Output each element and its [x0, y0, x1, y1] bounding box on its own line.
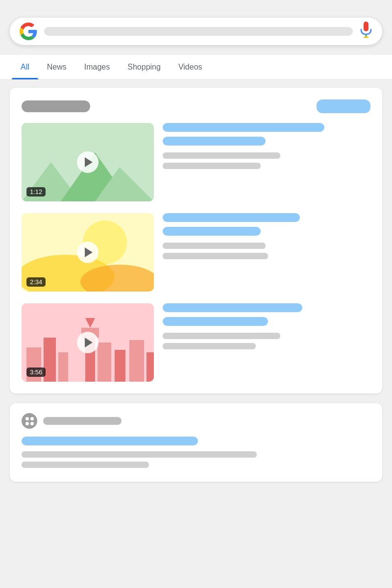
video-thumbnail-1[interactable]: 1:12 — [22, 123, 154, 201]
second-result-header — [22, 413, 370, 429]
svg-rect-7 — [22, 123, 154, 152]
dot-1 — [25, 417, 29, 420]
video-item-2[interactable]: 2:34 — [22, 213, 370, 292]
video-thumbnail-3[interactable]: 3:56 — [22, 303, 154, 382]
play-triangle-1 — [85, 157, 93, 167]
video-title-bar-3 — [163, 303, 302, 312]
video-item-1[interactable]: 1:12 — [22, 123, 370, 201]
video-desc-bar-2b — [163, 253, 268, 259]
result-link-bar[interactable] — [22, 437, 198, 445]
video-desc-bar-3b — [163, 343, 256, 349]
video-desc-bar-1a — [163, 152, 280, 159]
result-desc-bar-2 — [22, 462, 149, 468]
svg-rect-15 — [58, 352, 68, 382]
tabs-container: All News Images Shopping Videos — [0, 55, 392, 80]
tab-news[interactable]: News — [38, 55, 75, 79]
search-bar[interactable] — [10, 18, 382, 45]
video-desc-bar-2a — [163, 243, 266, 249]
video-title-bar-1 — [163, 123, 324, 132]
video-results-card: 1:12 — [10, 88, 382, 393]
tab-images[interactable]: Images — [75, 55, 119, 79]
mic-icon[interactable] — [360, 22, 372, 41]
dot-4 — [30, 422, 34, 425]
play-button-1[interactable] — [77, 151, 98, 173]
result-desc-bar-1 — [22, 451, 257, 458]
tab-shopping[interactable]: Shopping — [119, 55, 170, 79]
card-label-pill — [22, 100, 90, 112]
play-button-2[interactable] — [77, 242, 98, 263]
site-favicon — [22, 413, 37, 429]
site-icon-grid — [25, 417, 34, 425]
play-button-3[interactable] — [77, 332, 98, 353]
svg-rect-20 — [115, 350, 125, 382]
svg-rect-19 — [98, 343, 111, 382]
duration-badge-1: 1:12 — [26, 187, 46, 196]
play-triangle-2 — [85, 247, 93, 257]
video-subtitle-bar-2 — [163, 227, 261, 236]
svg-rect-21 — [129, 340, 144, 382]
video-thumbnail-2[interactable]: 2:34 — [22, 213, 154, 292]
play-triangle-3 — [85, 338, 93, 347]
page-container: All News Images Shopping Videos — [0, 0, 392, 501]
dot-2 — [30, 417, 34, 420]
tab-videos[interactable]: Videos — [170, 55, 211, 79]
video-item-3[interactable]: 3:56 — [22, 303, 370, 382]
tab-all[interactable]: All — [12, 55, 38, 79]
card-header — [22, 99, 370, 113]
site-name-pill — [43, 417, 122, 425]
video-subtitle-bar-3 — [163, 317, 268, 326]
svg-rect-22 — [147, 352, 154, 382]
svg-rect-0 — [364, 22, 368, 31]
card-action-pill[interactable] — [317, 99, 370, 113]
video-info-1 — [154, 123, 370, 173]
search-input-placeholder — [44, 27, 353, 36]
duration-badge-2: 2:34 — [26, 277, 46, 287]
video-info-2 — [154, 213, 370, 263]
google-logo — [20, 23, 37, 40]
second-result-card — [10, 403, 382, 482]
video-desc-bar-3a — [163, 333, 280, 339]
video-subtitle-bar-1 — [163, 137, 266, 146]
video-desc-bar-1b — [163, 163, 261, 169]
duration-badge-3: 3:56 — [26, 368, 46, 377]
video-info-3 — [154, 303, 370, 353]
dot-3 — [25, 422, 29, 425]
video-title-bar-2 — [163, 213, 300, 222]
